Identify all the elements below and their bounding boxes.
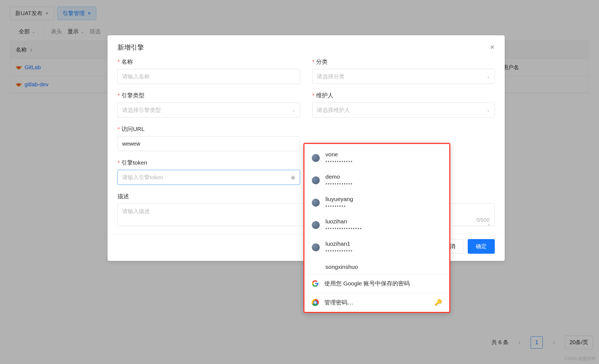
use-google-passwords[interactable]: 使用您 Google 账号中保存的密码 bbox=[304, 274, 449, 293]
eye-icon[interactable]: ◉ bbox=[291, 174, 295, 181]
label-maintainer: 维护人 bbox=[312, 92, 495, 99]
field-token: 引擎token ◉ bbox=[117, 159, 300, 185]
select-maintainer[interactable]: 请选择维护人 ⌄ bbox=[312, 103, 495, 117]
chevron-down-icon: ⌄ bbox=[487, 74, 490, 79]
site-icon bbox=[312, 176, 320, 184]
chevron-down-icon: ⌄ bbox=[487, 108, 490, 112]
autofill-item[interactable]: demo •••••••••••• bbox=[304, 169, 449, 191]
input-url-wrap[interactable] bbox=[117, 136, 300, 151]
site-icon bbox=[312, 199, 320, 207]
modal-title: 新增引擎 bbox=[117, 43, 144, 52]
label-category: 分类 bbox=[312, 58, 495, 66]
field-url: 访问URL bbox=[117, 125, 300, 151]
field-name: 名称 bbox=[117, 58, 300, 84]
input-name-wrap[interactable] bbox=[117, 69, 300, 84]
select-engine-type[interactable]: 请选择引擎类型 ⌄ bbox=[117, 103, 300, 117]
manage-passwords[interactable]: 管理密码… 🔑 bbox=[304, 293, 449, 312]
autofill-item[interactable]: luozihan1 •••••••••••• bbox=[304, 236, 449, 258]
field-maintainer: 维护人 请选择维护人 ⌄ bbox=[312, 92, 495, 117]
label-url: 访问URL bbox=[117, 125, 300, 133]
autofill-item[interactable]: liuyueyang ••••••••• bbox=[304, 191, 449, 214]
key-icon: 🔑 bbox=[435, 299, 442, 306]
autofill-item[interactable]: songxinshuo bbox=[304, 258, 449, 271]
password-autofill-dropdown: vone •••••••••••• demo •••••••••••• liuy… bbox=[303, 143, 450, 313]
google-icon bbox=[312, 280, 319, 287]
field-category: 分类 请选择分类 ⌄ bbox=[312, 58, 495, 84]
chevron-down-icon: ⌄ bbox=[292, 108, 295, 112]
autofill-item[interactable]: luozihan •••••••••••••••• bbox=[304, 214, 449, 236]
site-icon bbox=[312, 154, 320, 162]
input-token-wrap[interactable]: ◉ bbox=[117, 170, 300, 185]
ok-button[interactable]: 确定 bbox=[468, 239, 495, 254]
label-name: 名称 bbox=[117, 58, 300, 66]
input-token[interactable] bbox=[122, 174, 291, 181]
input-name[interactable] bbox=[122, 73, 295, 80]
autofill-item[interactable]: vone •••••••••••• bbox=[304, 147, 449, 169]
chrome-icon bbox=[312, 299, 319, 306]
label-engine-type: 引擎类型 bbox=[117, 92, 300, 99]
field-engine-type: 引擎类型 请选择引擎类型 ⌄ bbox=[117, 92, 300, 117]
label-token: 引擎token bbox=[117, 159, 300, 167]
select-category[interactable]: 请选择分类 ⌄ bbox=[312, 69, 495, 84]
site-icon bbox=[312, 221, 320, 229]
close-icon[interactable]: ✕ bbox=[490, 44, 495, 51]
site-icon bbox=[312, 243, 320, 251]
input-url[interactable] bbox=[122, 141, 295, 147]
char-counter: 0/500 bbox=[476, 217, 490, 223]
